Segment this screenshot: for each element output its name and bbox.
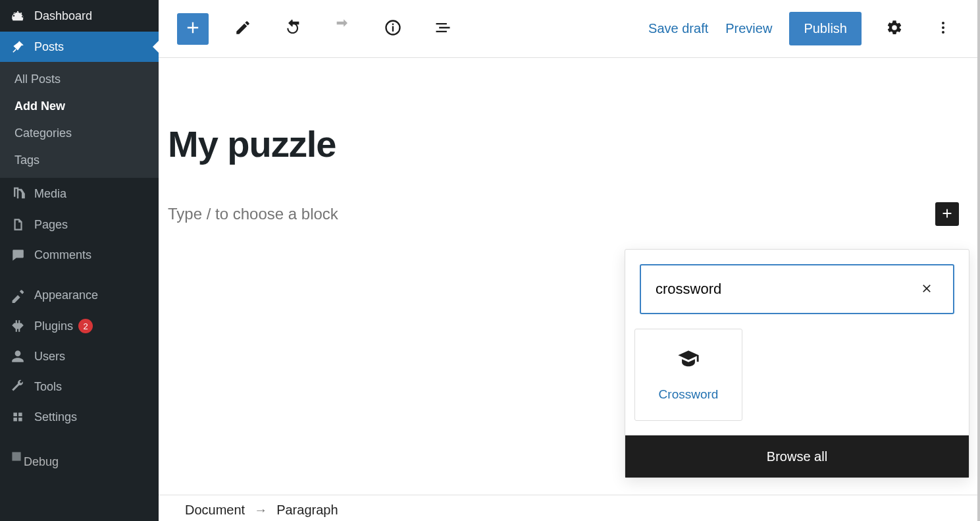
- browse-all-button[interactable]: Browse all: [625, 435, 969, 478]
- sidebar-label: Tools: [34, 380, 62, 394]
- sidebar-label: Comments: [34, 248, 91, 262]
- pin-icon: [9, 40, 26, 54]
- sidebar-item-settings[interactable]: Settings: [0, 402, 159, 432]
- block-breadcrumb: Document → Paragraph: [159, 495, 977, 521]
- sidebar-label: Debug: [24, 455, 59, 469]
- publish-button[interactable]: Publish: [789, 12, 862, 45]
- list-view-icon: [434, 18, 452, 39]
- settings-toggle-button[interactable]: [879, 13, 910, 45]
- sidebar-label: Plugins: [34, 319, 73, 333]
- submenu-label: All Posts: [14, 72, 61, 86]
- admin-sidebar: Dashboard Posts All Posts Add New Catego…: [0, 0, 159, 521]
- svg-rect-1: [392, 26, 394, 32]
- svg-point-4: [942, 26, 944, 29]
- options-button[interactable]: [927, 13, 959, 45]
- more-vertical-icon: [935, 20, 951, 38]
- undo-icon: [284, 18, 302, 39]
- toggle-block-inserter-button[interactable]: [177, 13, 209, 45]
- sidebar-item-plugins[interactable]: Plugins 2: [0, 311, 159, 341]
- inline-inserter-button[interactable]: [935, 202, 959, 226]
- comments-icon: [9, 248, 26, 262]
- submenu-tags[interactable]: Tags: [0, 147, 159, 174]
- svg-rect-2: [392, 24, 394, 25]
- window-scrollbar[interactable]: [977, 0, 980, 521]
- tools-edit-button[interactable]: [227, 13, 259, 45]
- block-inserter-popover: Crossword Browse all: [625, 249, 969, 478]
- submenu-all-posts[interactable]: All Posts: [0, 66, 159, 93]
- sidebar-item-pages[interactable]: Pages: [0, 209, 159, 240]
- pencil-icon: [234, 19, 251, 38]
- sidebar-item-tools[interactable]: Tools: [0, 371, 159, 402]
- info-icon: [384, 18, 402, 39]
- submenu-label: Tags: [14, 153, 39, 167]
- sidebar-item-media[interactable]: Media: [0, 178, 159, 209]
- breadcrumb-separator: →: [254, 503, 267, 518]
- posts-submenu: All Posts Add New Categories Tags: [0, 62, 159, 178]
- dashboard-icon: [9, 8, 26, 24]
- block-result-label: Crossword: [659, 387, 719, 402]
- block-result-crossword[interactable]: Crossword: [634, 329, 742, 421]
- submenu-categories[interactable]: Categories: [0, 120, 159, 147]
- appearance-icon: [9, 287, 26, 303]
- details-button[interactable]: [377, 13, 409, 45]
- redo-button: [327, 13, 359, 45]
- pages-icon: [9, 217, 26, 232]
- sidebar-label: Users: [34, 350, 65, 364]
- block-search-input[interactable]: [656, 281, 915, 298]
- gear-icon: [886, 19, 903, 38]
- settings-icon: [9, 410, 26, 424]
- media-icon: [9, 186, 26, 202]
- debug-icon: [9, 449, 24, 467]
- sidebar-label: Posts: [34, 40, 64, 54]
- sidebar-item-appearance[interactable]: Appearance: [0, 279, 159, 311]
- close-icon: [920, 282, 933, 297]
- undo-button[interactable]: [277, 13, 309, 45]
- submenu-label: Add New: [14, 99, 65, 113]
- sidebar-item-dashboard[interactable]: Dashboard: [0, 0, 159, 32]
- preview-button[interactable]: Preview: [725, 21, 772, 36]
- sidebar-label: Dashboard: [34, 9, 92, 23]
- breadcrumb-root[interactable]: Document: [185, 503, 245, 518]
- sidebar-item-posts[interactable]: Posts: [0, 32, 159, 62]
- block-search-field: [640, 264, 954, 314]
- save-draft-button[interactable]: Save draft: [648, 21, 708, 36]
- submenu-label: Categories: [14, 126, 72, 140]
- plus-icon: [940, 206, 954, 223]
- graduation-cap-icon: [677, 348, 700, 373]
- sidebar-label: Media: [34, 187, 66, 201]
- editor-toolbar: Save draft Preview Publish: [159, 0, 977, 58]
- outline-button[interactable]: [427, 13, 459, 45]
- sidebar-label: Pages: [34, 218, 68, 232]
- clear-search-button[interactable]: [915, 277, 939, 301]
- svg-point-3: [942, 22, 944, 24]
- sidebar-item-comments[interactable]: Comments: [0, 240, 159, 270]
- editor-main: Save draft Preview Publish My puzzle Typ…: [159, 0, 977, 521]
- plus-icon: [184, 18, 202, 39]
- sidebar-item-users[interactable]: Users: [0, 341, 159, 371]
- plugins-update-badge: 2: [78, 319, 93, 333]
- sidebar-label: Appearance: [34, 288, 98, 302]
- breadcrumb-current[interactable]: Paragraph: [276, 503, 338, 518]
- submenu-add-new[interactable]: Add New: [0, 93, 159, 120]
- svg-point-5: [942, 31, 944, 34]
- empty-paragraph-placeholder[interactable]: Type / to choose a block: [168, 205, 935, 223]
- sidebar-item-debug[interactable]: Debug: [0, 441, 159, 475]
- redo-icon: [334, 18, 352, 39]
- users-icon: [9, 349, 26, 364]
- plugins-icon: [9, 319, 26, 333]
- tools-icon: [9, 379, 26, 394]
- post-title[interactable]: My puzzle: [159, 83, 977, 165]
- sidebar-label: Settings: [34, 410, 77, 424]
